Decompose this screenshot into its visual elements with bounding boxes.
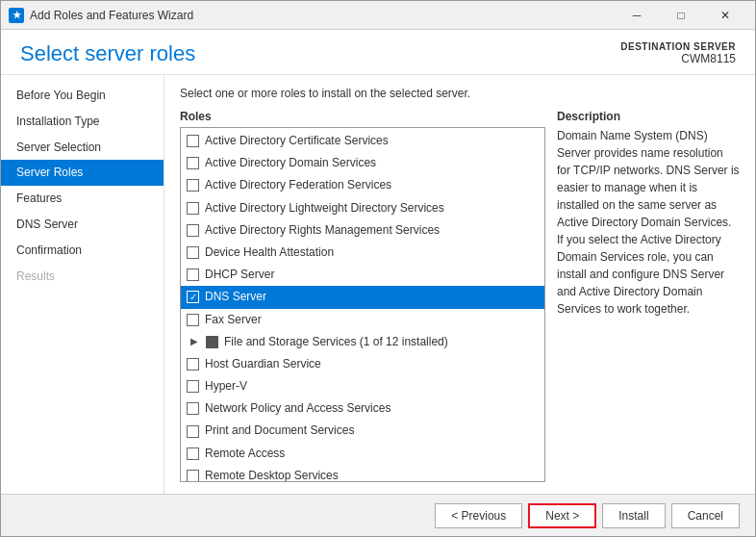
list-item[interactable]: Fax Server <box>181 309 544 331</box>
checkbox-ad-fed[interactable] <box>187 179 199 192</box>
role-label: Active Directory Domain Services <box>205 154 376 172</box>
main-panel: Select one or more roles to install on t… <box>164 75 755 494</box>
destination-server-info: DESTINATION SERVER CWM8115 <box>620 41 736 65</box>
checkbox-guardian[interactable] <box>187 358 199 371</box>
install-button[interactable]: Install <box>602 503 665 528</box>
checkbox-hyperv[interactable] <box>187 380 199 393</box>
list-item[interactable]: Network Policy and Access Services <box>181 397 544 420</box>
list-item[interactable]: Active Directory Domain Services <box>181 152 544 174</box>
sidebar-item-confirmation[interactable]: Confirmation <box>1 238 164 264</box>
role-label: Host Guardian Service <box>205 355 321 373</box>
previous-button[interactable]: < Previous <box>435 503 522 528</box>
role-label: Active Directory Certificate Services <box>205 132 389 150</box>
role-label: Print and Document Services <box>205 422 354 440</box>
content-area: Before You Begin Installation Type Serve… <box>1 75 755 494</box>
list-item[interactable]: Remote Desktop Services <box>181 465 544 482</box>
role-label: Fax Server <box>205 311 262 329</box>
list-item[interactable]: Active Directory Rights Management Servi… <box>181 219 544 242</box>
list-item[interactable]: Device Health Attestation <box>181 242 544 264</box>
list-item-dns[interactable]: ✓ DNS Server <box>181 286 544 308</box>
checkbox-print[interactable] <box>187 425 199 438</box>
window-title: Add Roles and Features Wizard <box>30 9 615 22</box>
list-item[interactable]: Remote Access <box>181 443 544 465</box>
role-label: File and Storage Services (1 of 12 insta… <box>224 333 448 351</box>
role-label: Network Policy and Access Services <box>205 399 391 418</box>
main-window: ★ Add Roles and Features Wizard ─ □ ✕ Se… <box>0 0 756 537</box>
checkbox-remote-access[interactable] <box>187 448 199 460</box>
checkbox-network-policy[interactable] <box>187 402 199 415</box>
role-label: Active Directory Lightweight Directory S… <box>205 199 444 217</box>
description-label: Description <box>557 110 740 123</box>
checkbox-ad-cert[interactable] <box>187 135 199 147</box>
maximize-button[interactable]: □ <box>659 1 703 30</box>
titlebar: ★ Add Roles and Features Wizard ─ □ ✕ <box>1 1 755 30</box>
page-header: Select server roles DESTINATION SERVER C… <box>1 30 755 75</box>
sidebar: Before You Begin Installation Type Serve… <box>1 75 164 494</box>
role-label-dns: DNS Server <box>205 288 266 306</box>
list-item[interactable]: DHCP Server <box>181 264 544 286</box>
checkbox-ad-domain[interactable] <box>187 157 199 169</box>
list-item[interactable]: Hyper-V <box>181 375 544 397</box>
sidebar-item-installation-type[interactable]: Installation Type <box>1 109 164 135</box>
instruction-text: Select one or more roles to install on t… <box>180 87 740 100</box>
checkbox-ad-light[interactable] <box>187 202 199 215</box>
expand-icon[interactable]: ▶ <box>187 334 202 349</box>
sidebar-item-server-selection[interactable]: Server Selection <box>1 135 164 161</box>
sidebar-item-results: Results <box>1 264 164 290</box>
window-controls: ─ □ ✕ <box>615 1 747 30</box>
description-section: Description Domain Name System (DNS) Ser… <box>557 110 740 482</box>
description-text: Domain Name System (DNS) Server provides… <box>557 127 740 318</box>
checkbox-fax[interactable] <box>187 314 199 326</box>
list-item[interactable]: Print and Document Services <box>181 420 544 442</box>
cancel-button[interactable]: Cancel <box>671 503 740 528</box>
role-label: Remote Desktop Services <box>205 467 339 482</box>
sidebar-item-server-roles[interactable]: Server Roles <box>1 160 164 186</box>
roles-label: Roles <box>180 110 545 123</box>
sidebar-item-before-you-begin[interactable]: Before You Begin <box>1 83 164 109</box>
checkbox-ad-rights[interactable] <box>187 224 199 237</box>
role-label: Active Directory Federation Services <box>205 176 391 194</box>
role-label: Device Health Attestation <box>205 243 334 262</box>
roles-list: Active Directory Certificate Services Ac… <box>181 128 544 482</box>
roles-desc-container: Roles Active Directory Certificate Servi… <box>180 110 740 482</box>
checkbox-remote-desktop[interactable] <box>187 470 199 482</box>
sidebar-item-features[interactable]: Features <box>1 186 164 212</box>
roles-list-container[interactable]: Active Directory Certificate Services Ac… <box>180 127 545 482</box>
role-label: Hyper-V <box>205 377 247 396</box>
sidebar-item-dns-server[interactable]: DNS Server <box>1 212 164 238</box>
list-item[interactable]: Host Guardian Service <box>181 353 544 375</box>
list-item[interactable]: ▶ File and Storage Services (1 of 12 ins… <box>181 331 544 353</box>
list-item[interactable]: Active Directory Federation Services <box>181 174 544 196</box>
minimize-button[interactable]: ─ <box>615 1 659 30</box>
role-label: DHCP Server <box>205 266 274 284</box>
role-label: Active Directory Rights Management Servi… <box>205 221 440 240</box>
destination-label: DESTINATION SERVER <box>620 41 736 52</box>
close-button[interactable]: ✕ <box>703 1 747 30</box>
checkbox-dhcp[interactable] <box>187 268 199 281</box>
checkbox-dns[interactable]: ✓ <box>187 291 199 303</box>
next-button[interactable]: Next > <box>528 503 596 528</box>
list-item[interactable]: Active Directory Lightweight Directory S… <box>181 197 544 219</box>
checkbox-device-health[interactable] <box>187 246 199 259</box>
app-icon: ★ <box>9 8 24 23</box>
destination-value: CWM8115 <box>620 52 736 65</box>
file-storage-icon <box>206 336 218 348</box>
page-title: Select server roles <box>20 41 195 66</box>
footer: < Previous Next > Install Cancel <box>1 494 755 536</box>
roles-section: Roles Active Directory Certificate Servi… <box>180 110 545 482</box>
role-label: Remote Access <box>205 445 285 463</box>
list-item[interactable]: Active Directory Certificate Services <box>181 130 544 152</box>
